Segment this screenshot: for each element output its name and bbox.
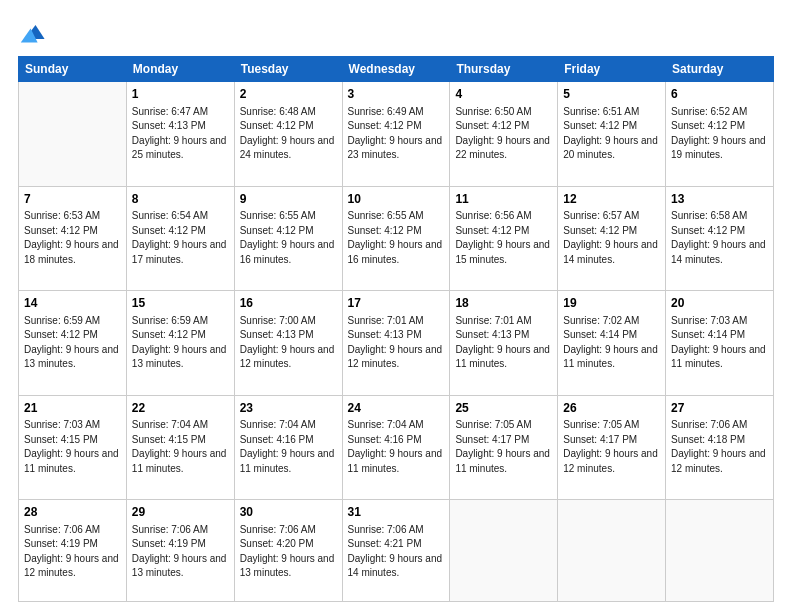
day-number: 27 [671, 400, 768, 417]
logo-icon [18, 18, 46, 46]
day-number: 9 [240, 191, 337, 208]
day-info: Sunrise: 7:03 AMSunset: 4:15 PMDaylight:… [24, 418, 121, 476]
day-number: 22 [132, 400, 229, 417]
day-number: 11 [455, 191, 552, 208]
weekday-header: Sunday [19, 57, 127, 82]
calendar-day-cell: 11Sunrise: 6:56 AMSunset: 4:12 PMDayligh… [450, 186, 558, 291]
weekday-header: Thursday [450, 57, 558, 82]
calendar-day-cell: 6Sunrise: 6:52 AMSunset: 4:12 PMDaylight… [666, 82, 774, 187]
calendar-day-cell: 15Sunrise: 6:59 AMSunset: 4:12 PMDayligh… [126, 291, 234, 396]
day-number: 6 [671, 86, 768, 103]
day-number: 7 [24, 191, 121, 208]
day-number: 10 [348, 191, 445, 208]
logo [18, 18, 50, 46]
weekday-header: Wednesday [342, 57, 450, 82]
calendar-day-cell: 10Sunrise: 6:55 AMSunset: 4:12 PMDayligh… [342, 186, 450, 291]
calendar-day-cell: 20Sunrise: 7:03 AMSunset: 4:14 PMDayligh… [666, 291, 774, 396]
weekday-header: Monday [126, 57, 234, 82]
day-info: Sunrise: 7:04 AMSunset: 4:16 PMDaylight:… [240, 418, 337, 476]
calendar-day-cell [19, 82, 127, 187]
page: SundayMondayTuesdayWednesdayThursdayFrid… [0, 0, 792, 612]
day-info: Sunrise: 6:54 AMSunset: 4:12 PMDaylight:… [132, 209, 229, 267]
calendar-day-cell: 16Sunrise: 7:00 AMSunset: 4:13 PMDayligh… [234, 291, 342, 396]
calendar-day-cell: 14Sunrise: 6:59 AMSunset: 4:12 PMDayligh… [19, 291, 127, 396]
calendar-week-row: 1Sunrise: 6:47 AMSunset: 4:13 PMDaylight… [19, 82, 774, 187]
day-number: 14 [24, 295, 121, 312]
day-info: Sunrise: 6:50 AMSunset: 4:12 PMDaylight:… [455, 105, 552, 163]
calendar-day-cell: 22Sunrise: 7:04 AMSunset: 4:15 PMDayligh… [126, 395, 234, 500]
weekday-header: Saturday [666, 57, 774, 82]
day-info: Sunrise: 6:55 AMSunset: 4:12 PMDaylight:… [240, 209, 337, 267]
day-info: Sunrise: 6:48 AMSunset: 4:12 PMDaylight:… [240, 105, 337, 163]
day-number: 17 [348, 295, 445, 312]
calendar-day-cell [666, 500, 774, 602]
day-number: 24 [348, 400, 445, 417]
calendar-day-cell: 24Sunrise: 7:04 AMSunset: 4:16 PMDayligh… [342, 395, 450, 500]
day-number: 12 [563, 191, 660, 208]
day-info: Sunrise: 7:04 AMSunset: 4:16 PMDaylight:… [348, 418, 445, 476]
calendar-table: SundayMondayTuesdayWednesdayThursdayFrid… [18, 56, 774, 602]
day-info: Sunrise: 7:01 AMSunset: 4:13 PMDaylight:… [348, 314, 445, 372]
calendar-day-cell: 25Sunrise: 7:05 AMSunset: 4:17 PMDayligh… [450, 395, 558, 500]
day-number: 15 [132, 295, 229, 312]
calendar-day-cell: 28Sunrise: 7:06 AMSunset: 4:19 PMDayligh… [19, 500, 127, 602]
day-info: Sunrise: 6:59 AMSunset: 4:12 PMDaylight:… [132, 314, 229, 372]
day-info: Sunrise: 7:06 AMSunset: 4:19 PMDaylight:… [24, 523, 121, 581]
calendar-day-cell: 29Sunrise: 7:06 AMSunset: 4:19 PMDayligh… [126, 500, 234, 602]
day-number: 3 [348, 86, 445, 103]
day-number: 28 [24, 504, 121, 521]
day-info: Sunrise: 6:47 AMSunset: 4:13 PMDaylight:… [132, 105, 229, 163]
day-number: 23 [240, 400, 337, 417]
day-info: Sunrise: 6:57 AMSunset: 4:12 PMDaylight:… [563, 209, 660, 267]
day-number: 21 [24, 400, 121, 417]
day-info: Sunrise: 7:03 AMSunset: 4:14 PMDaylight:… [671, 314, 768, 372]
day-info: Sunrise: 6:59 AMSunset: 4:12 PMDaylight:… [24, 314, 121, 372]
weekday-header: Friday [558, 57, 666, 82]
calendar-day-cell: 31Sunrise: 7:06 AMSunset: 4:21 PMDayligh… [342, 500, 450, 602]
calendar-day-cell: 9Sunrise: 6:55 AMSunset: 4:12 PMDaylight… [234, 186, 342, 291]
day-number: 25 [455, 400, 552, 417]
day-number: 31 [348, 504, 445, 521]
calendar-day-cell: 26Sunrise: 7:05 AMSunset: 4:17 PMDayligh… [558, 395, 666, 500]
day-info: Sunrise: 6:49 AMSunset: 4:12 PMDaylight:… [348, 105, 445, 163]
day-info: Sunrise: 7:06 AMSunset: 4:20 PMDaylight:… [240, 523, 337, 581]
day-info: Sunrise: 6:52 AMSunset: 4:12 PMDaylight:… [671, 105, 768, 163]
day-number: 19 [563, 295, 660, 312]
day-number: 18 [455, 295, 552, 312]
day-info: Sunrise: 6:58 AMSunset: 4:12 PMDaylight:… [671, 209, 768, 267]
day-number: 5 [563, 86, 660, 103]
day-number: 30 [240, 504, 337, 521]
day-info: Sunrise: 7:05 AMSunset: 4:17 PMDaylight:… [455, 418, 552, 476]
day-number: 20 [671, 295, 768, 312]
day-info: Sunrise: 7:06 AMSunset: 4:19 PMDaylight:… [132, 523, 229, 581]
day-info: Sunrise: 7:00 AMSunset: 4:13 PMDaylight:… [240, 314, 337, 372]
weekday-header: Tuesday [234, 57, 342, 82]
calendar-day-cell [450, 500, 558, 602]
calendar-day-cell: 1Sunrise: 6:47 AMSunset: 4:13 PMDaylight… [126, 82, 234, 187]
weekday-header-row: SundayMondayTuesdayWednesdayThursdayFrid… [19, 57, 774, 82]
calendar-day-cell: 4Sunrise: 6:50 AMSunset: 4:12 PMDaylight… [450, 82, 558, 187]
day-info: Sunrise: 7:05 AMSunset: 4:17 PMDaylight:… [563, 418, 660, 476]
calendar-day-cell [558, 500, 666, 602]
day-info: Sunrise: 6:55 AMSunset: 4:12 PMDaylight:… [348, 209, 445, 267]
calendar-week-row: 28Sunrise: 7:06 AMSunset: 4:19 PMDayligh… [19, 500, 774, 602]
calendar-day-cell: 17Sunrise: 7:01 AMSunset: 4:13 PMDayligh… [342, 291, 450, 396]
day-number: 26 [563, 400, 660, 417]
day-info: Sunrise: 7:02 AMSunset: 4:14 PMDaylight:… [563, 314, 660, 372]
day-number: 29 [132, 504, 229, 521]
day-info: Sunrise: 6:56 AMSunset: 4:12 PMDaylight:… [455, 209, 552, 267]
calendar-day-cell: 21Sunrise: 7:03 AMSunset: 4:15 PMDayligh… [19, 395, 127, 500]
day-number: 2 [240, 86, 337, 103]
calendar-day-cell: 19Sunrise: 7:02 AMSunset: 4:14 PMDayligh… [558, 291, 666, 396]
day-info: Sunrise: 6:53 AMSunset: 4:12 PMDaylight:… [24, 209, 121, 267]
calendar-day-cell: 23Sunrise: 7:04 AMSunset: 4:16 PMDayligh… [234, 395, 342, 500]
day-info: Sunrise: 6:51 AMSunset: 4:12 PMDaylight:… [563, 105, 660, 163]
day-number: 4 [455, 86, 552, 103]
calendar-day-cell: 12Sunrise: 6:57 AMSunset: 4:12 PMDayligh… [558, 186, 666, 291]
day-number: 13 [671, 191, 768, 208]
calendar-day-cell: 2Sunrise: 6:48 AMSunset: 4:12 PMDaylight… [234, 82, 342, 187]
calendar-day-cell: 13Sunrise: 6:58 AMSunset: 4:12 PMDayligh… [666, 186, 774, 291]
calendar-day-cell: 27Sunrise: 7:06 AMSunset: 4:18 PMDayligh… [666, 395, 774, 500]
calendar-day-cell: 18Sunrise: 7:01 AMSunset: 4:13 PMDayligh… [450, 291, 558, 396]
calendar-day-cell: 7Sunrise: 6:53 AMSunset: 4:12 PMDaylight… [19, 186, 127, 291]
